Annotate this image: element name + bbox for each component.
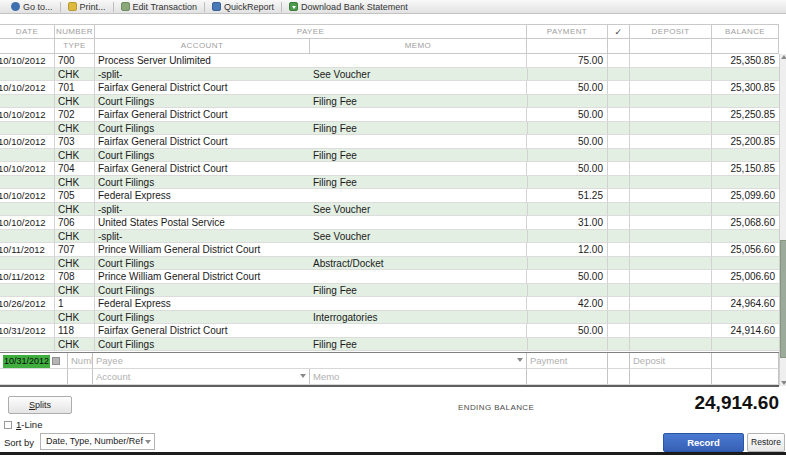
col-header-type[interactable]: TYPE (55, 39, 95, 54)
vertical-scrollbar[interactable] (779, 54, 786, 386)
cell-type[interactable]: CHK (55, 149, 95, 163)
cell-memo[interactable]: Filing Fee (310, 149, 527, 163)
cell-payment[interactable]: 50.00 (527, 270, 608, 284)
cell-type[interactable]: CHK (55, 95, 95, 109)
account-dropdown-icon[interactable] (300, 374, 306, 378)
entry-account-field[interactable]: Account (93, 369, 310, 385)
cell-date[interactable]: 10/26/2012 (0, 297, 55, 311)
cell-account[interactable]: Court Filings (95, 176, 310, 190)
cell-memo[interactable]: Filing Fee (310, 176, 527, 190)
cell-payment[interactable]: 31.00 (527, 216, 608, 230)
cell-memo[interactable]: See Voucher (310, 203, 527, 217)
splits-button[interactable]: Splits (8, 396, 72, 414)
cell-number[interactable]: 704 (55, 162, 95, 176)
cell-cleared[interactable] (608, 270, 630, 284)
cell-account[interactable]: Court Filings (95, 311, 310, 325)
cell-account[interactable]: -split- (95, 68, 310, 82)
toolbar-button[interactable]: Print... (61, 0, 113, 13)
cell-number[interactable]: 705 (55, 189, 95, 203)
cell-number[interactable]: 1 (55, 297, 95, 311)
cell-date[interactable]: 10/10/2012 (0, 108, 55, 122)
cell-number[interactable]: 707 (55, 243, 95, 257)
scroll-up-icon[interactable] (781, 55, 786, 59)
one-line-checkbox[interactable] (4, 421, 12, 429)
cell-cleared[interactable] (608, 243, 630, 257)
col-header-memo[interactable]: MEMO (310, 39, 527, 54)
cell-payee[interactable]: Fairfax General District Court (95, 108, 527, 122)
cell-account[interactable]: Court Filings (95, 95, 310, 109)
toolbar-button[interactable]: Go to... (4, 0, 60, 13)
cell-deposit[interactable] (630, 81, 712, 95)
cell-date[interactable]: 10/11/2012 (0, 243, 55, 257)
cell-number[interactable]: 703 (55, 135, 95, 149)
cell-memo[interactable]: Filing Fee (310, 338, 527, 352)
cell-type[interactable]: CHK (55, 176, 95, 190)
cell-account[interactable]: -split- (95, 203, 310, 217)
cell-cleared[interactable] (608, 81, 630, 95)
cell-payment[interactable]: 51.25 (527, 189, 608, 203)
cell-number[interactable]: 700 (55, 54, 95, 68)
toolbar-button[interactable]: Edit Transaction (114, 0, 205, 13)
cell-cleared[interactable] (608, 297, 630, 311)
cell-type[interactable]: CHK (55, 122, 95, 136)
col-header-date[interactable]: DATE (0, 25, 55, 39)
cell-account[interactable]: Court Filings (95, 257, 310, 271)
cell-date[interactable]: 10/10/2012 (0, 189, 55, 203)
cell-payee[interactable]: Federal Express (95, 297, 527, 311)
entry-date-value[interactable]: 10/31/2012 (3, 355, 50, 368)
cell-deposit[interactable] (630, 162, 712, 176)
cell-type[interactable]: CHK (55, 203, 95, 217)
cell-payment[interactable]: 50.00 (527, 162, 608, 176)
cell-deposit[interactable] (630, 189, 712, 203)
col-header-payment[interactable]: PAYMENT (527, 25, 608, 39)
cell-account[interactable]: Court Filings (95, 122, 310, 136)
cell-deposit[interactable] (630, 324, 712, 338)
scrollbar-thumb[interactable] (780, 240, 786, 358)
cell-payee[interactable]: Fairfax General District Court (95, 324, 527, 338)
cell-payment[interactable]: 50.00 (527, 81, 608, 95)
cell-cleared[interactable] (608, 216, 630, 230)
cell-payment[interactable]: 50.00 (527, 135, 608, 149)
cell-cleared[interactable] (608, 54, 630, 68)
cell-type[interactable]: CHK (55, 68, 95, 82)
one-line-toggle[interactable]: 1-Line (4, 419, 42, 430)
col-header-number[interactable]: NUMBER (55, 25, 95, 39)
cell-number[interactable]: 701 (55, 81, 95, 95)
col-header-deposit[interactable]: DEPOSIT (630, 25, 712, 39)
cell-date[interactable]: 10/31/2012 (0, 324, 55, 338)
entry-memo-field[interactable]: Memo (310, 369, 527, 385)
cell-payment[interactable]: 75.00 (527, 54, 608, 68)
cell-account[interactable]: -split- (95, 230, 310, 244)
col-header-balance[interactable]: BALANCE (712, 25, 779, 39)
entry-payee-field[interactable]: Payee (93, 353, 527, 369)
cell-type[interactable]: CHK (55, 257, 95, 271)
cell-type[interactable]: CHK (55, 338, 95, 352)
cell-payee[interactable]: Prince William General District Court (95, 243, 527, 257)
cell-payee[interactable]: Process Server Unlimited (95, 54, 527, 68)
cell-number[interactable]: 706 (55, 216, 95, 230)
col-header-account[interactable]: ACCOUNT (95, 39, 310, 54)
toolbar-button[interactable]: Download Bank Statement (282, 0, 415, 13)
cell-cleared[interactable] (608, 162, 630, 176)
cell-type[interactable]: CHK (55, 284, 95, 298)
cell-type[interactable]: CHK (55, 311, 95, 325)
cell-payment[interactable]: 12.00 (527, 243, 608, 257)
cell-memo[interactable]: Filing Fee (310, 284, 527, 298)
cell-memo[interactable]: Interrogatories (310, 311, 527, 325)
cell-date[interactable]: 10/10/2012 (0, 81, 55, 95)
cell-memo[interactable]: Filing Fee (310, 122, 527, 136)
cell-deposit[interactable] (630, 243, 712, 257)
cell-payee[interactable]: Fairfax General District Court (95, 162, 527, 176)
cell-deposit[interactable] (630, 135, 712, 149)
cell-payment[interactable]: 42.00 (527, 297, 608, 311)
cell-deposit[interactable] (630, 216, 712, 230)
cell-account[interactable]: Court Filings (95, 149, 310, 163)
cell-payee[interactable]: Prince William General District Court (95, 270, 527, 284)
cell-deposit[interactable] (630, 297, 712, 311)
cell-deposit[interactable] (630, 270, 712, 284)
entry-payment-field[interactable]: Payment (527, 353, 608, 369)
cell-date[interactable]: 10/10/2012 (0, 162, 55, 176)
entry-cleared-cell[interactable] (608, 353, 630, 369)
scroll-down-icon[interactable] (781, 381, 786, 385)
cell-payment[interactable]: 50.00 (527, 108, 608, 122)
